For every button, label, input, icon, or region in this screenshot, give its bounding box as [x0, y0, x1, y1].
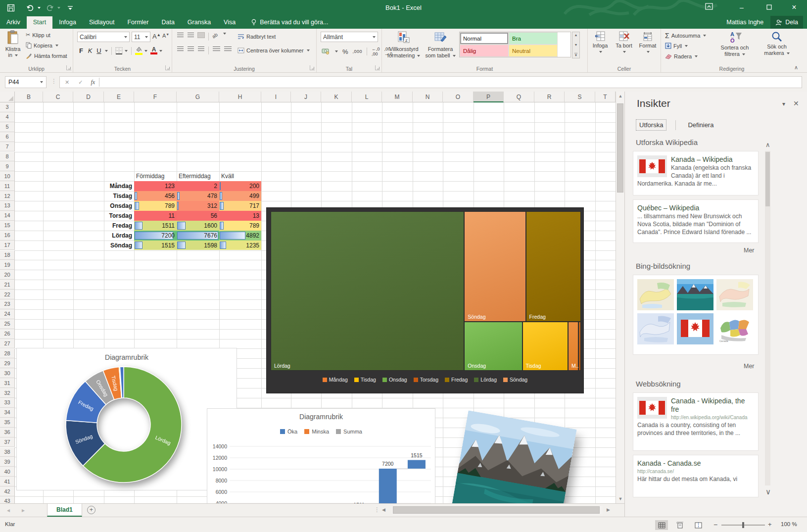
- menu-tab-infoga[interactable]: Infoga: [52, 16, 83, 29]
- orientation-icon[interactable]: ab: [211, 32, 220, 41]
- pane-options-icon[interactable]: ▾: [782, 100, 785, 107]
- minimize-button[interactable]: –: [731, 0, 753, 16]
- accounting-format-icon[interactable]: [322, 48, 330, 55]
- row-header-35[interactable]: 35: [0, 418, 15, 428]
- wrap-text-button[interactable]: Radbryt text: [237, 34, 276, 40]
- column-header-T[interactable]: T: [595, 92, 616, 102]
- gallery-up-icon[interactable]: ▲: [574, 33, 578, 37]
- align-left-icon[interactable]: [177, 47, 184, 51]
- row-header-26[interactable]: 26: [0, 329, 15, 339]
- column-header-L[interactable]: L: [352, 92, 382, 102]
- increase-decimal-icon[interactable]: ←,0,00: [372, 47, 380, 56]
- menu-tab-sidlayout[interactable]: Sidlayout: [83, 16, 121, 29]
- alignment-dialog-launcher[interactable]: [310, 65, 315, 70]
- column-header-D[interactable]: D: [73, 92, 104, 102]
- ribbon-display-options-icon[interactable]: [698, 0, 720, 16]
- table-cell[interactable]: 1235: [219, 241, 261, 250]
- column-header-C[interactable]: C: [43, 92, 73, 102]
- fill-button[interactable]: Fyll: [665, 43, 688, 49]
- clipboard-dialog-launcher[interactable]: [66, 65, 71, 70]
- row-header-5[interactable]: 5: [0, 122, 15, 132]
- maximize-button[interactable]: [758, 0, 780, 16]
- paste-button[interactable]: Klistrain: [3, 30, 23, 58]
- column-header-K[interactable]: K: [321, 92, 352, 102]
- user-name[interactable]: Mattias Inghe: [726, 19, 763, 26]
- row-header-17[interactable]: 17: [0, 241, 15, 250]
- format-painter-button[interactable]: Hämta format: [26, 52, 67, 59]
- pane-close-icon[interactable]: ✕: [793, 99, 799, 107]
- table-cell[interactable]: 13: [219, 211, 261, 221]
- canadian-flag-thumbnail[interactable]: [677, 313, 713, 344]
- table-cell[interactable]: 717: [219, 201, 261, 211]
- delete-cells-button[interactable]: Ta bort: [613, 31, 635, 54]
- column-header-H[interactable]: H: [219, 92, 261, 102]
- row-header-43[interactable]: 43: [0, 496, 15, 503]
- cell-style-bra[interactable]: Bra: [509, 32, 558, 45]
- treemap-chart[interactable]: LördagSöndagFredagOnsdagTisdagM... Månda…: [266, 207, 584, 393]
- sheet-tab[interactable]: Blad1: [47, 504, 82, 517]
- column-header-I[interactable]: I: [261, 92, 291, 102]
- column-header-M[interactable]: M: [382, 92, 413, 102]
- share-button[interactable]: Dela: [770, 16, 803, 29]
- zoom-slider-track[interactable]: [721, 525, 765, 526]
- row-header-31[interactable]: 31: [0, 378, 15, 388]
- confirm-formula-icon[interactable]: ✓: [74, 79, 87, 86]
- column-header-R[interactable]: R: [534, 92, 565, 102]
- increase-indent-icon[interactable]: [224, 47, 232, 51]
- row-header-25[interactable]: 25: [0, 319, 15, 329]
- font-color-button[interactable]: A: [150, 47, 157, 54]
- table-cell[interactable]: 499: [219, 191, 261, 201]
- web-result-canada-wikipedia[interactable]: Canada - Wikipedia, the fre http://en.wi…: [633, 392, 759, 451]
- align-bottom-icon[interactable]: [198, 33, 204, 38]
- horizontal-scrollbar[interactable]: [392, 506, 603, 515]
- borders-icon[interactable]: [115, 47, 123, 54]
- row-header-20[interactable]: 20: [0, 270, 15, 280]
- tell-me-box[interactable]: Berätta vad du vill göra...: [251, 19, 328, 29]
- cell-style-normal[interactable]: Normal: [460, 32, 509, 45]
- column-header-O[interactable]: O: [443, 92, 474, 102]
- vertical-scrollbar[interactable]: ▲ ▼: [616, 92, 624, 503]
- font-dialog-launcher[interactable]: [165, 65, 170, 70]
- provinces-map-thumbnail[interactable]: Canada: [716, 313, 753, 344]
- row-header-12[interactable]: 12: [0, 191, 15, 201]
- column-header-F[interactable]: F: [134, 92, 177, 102]
- cancel-formula-icon[interactable]: ✕: [60, 79, 74, 86]
- underline-button[interactable]: U: [95, 47, 103, 54]
- wikipedia-result-quebec[interactable]: Québec – Wikipedia ... tillsammans med N…: [633, 199, 759, 243]
- find-select-button[interactable]: Sök ochmarkera: [758, 31, 796, 56]
- next-sheet-icon[interactable]: ▸: [22, 507, 25, 514]
- row-header-14[interactable]: 14: [0, 211, 15, 221]
- row-header-8[interactable]: 8: [0, 152, 15, 162]
- new-sheet-button[interactable]: +: [87, 506, 95, 514]
- format-as-table-button[interactable]: Formaterasom tabell: [423, 31, 458, 59]
- table-cell[interactable]: 789: [219, 221, 261, 231]
- align-right-icon[interactable]: [198, 47, 204, 51]
- decrease-font-icon[interactable]: A▼: [162, 33, 169, 39]
- row-header-36[interactable]: 36: [0, 428, 15, 437]
- column-header-G[interactable]: G: [177, 92, 219, 102]
- zoom-level[interactable]: 100 %: [781, 521, 797, 527]
- pane-scroll-up-icon[interactable]: ∧: [765, 141, 770, 148]
- zoom-out-icon[interactable]: −: [713, 521, 717, 529]
- table-cell[interactable]: 456: [134, 191, 177, 201]
- bold-button[interactable]: F: [77, 47, 85, 54]
- row-header-16[interactable]: 16: [0, 231, 15, 241]
- table-cell[interactable]: 1600: [177, 221, 219, 231]
- close-button[interactable]: ×: [783, 0, 805, 16]
- row-header-3[interactable]: 3: [0, 102, 15, 112]
- tab-utforska[interactable]: Utforska: [636, 119, 666, 131]
- menu-tab-granska[interactable]: Granska: [181, 16, 217, 29]
- table-cell[interactable]: 4892: [219, 231, 261, 241]
- increase-font-icon[interactable]: A▲: [152, 33, 161, 40]
- pane-scroll-thumb[interactable]: [765, 152, 770, 206]
- row-header-27[interactable]: 27: [0, 339, 15, 349]
- fill-color-button[interactable]: [135, 47, 142, 55]
- row-header-6[interactable]: 6: [0, 132, 15, 142]
- row-header-32[interactable]: 32: [0, 388, 15, 398]
- namebox-divider[interactable]: ⋮: [51, 78, 57, 85]
- page-break-view-icon[interactable]: [692, 520, 705, 530]
- zoom-in-icon[interactable]: +: [768, 521, 772, 528]
- images-more-link[interactable]: Mer: [744, 363, 755, 370]
- row-header-28[interactable]: 28: [0, 349, 15, 359]
- hscroll-right-icon[interactable]: ▶: [607, 507, 610, 512]
